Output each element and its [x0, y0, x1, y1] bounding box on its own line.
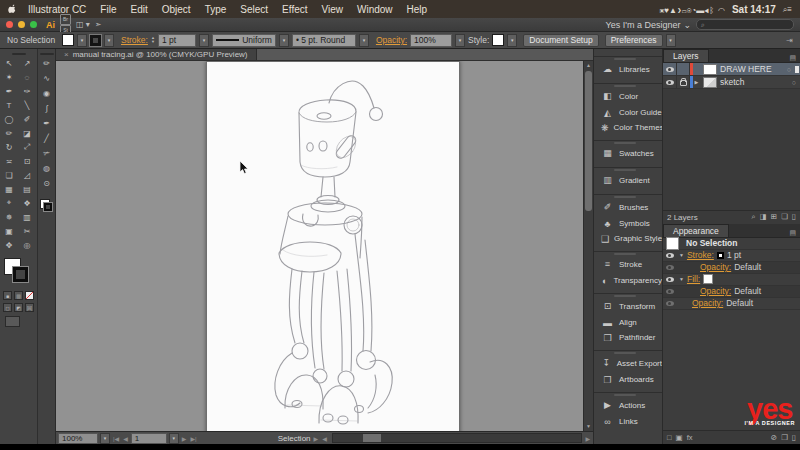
- draw-normal-button[interactable]: ◻: [3, 303, 12, 312]
- menu-effect[interactable]: Effect: [275, 4, 314, 15]
- close-window-button[interactable]: [6, 21, 13, 28]
- artboard-dropdown[interactable]: ▾: [169, 433, 179, 444]
- gradient-button[interactable]: ▥: [14, 291, 23, 300]
- delete-item-icon[interactable]: ▯: [792, 433, 796, 442]
- expand-icon[interactable]: ▼: [679, 276, 684, 282]
- clipping-mask-icon[interactable]: ◨: [760, 212, 767, 222]
- menu-illustrator[interactable]: Illustrator CC: [21, 4, 93, 15]
- last-artboard-arrow[interactable]: ▶|: [189, 435, 197, 442]
- panel-swatches[interactable]: ▦ Swatches: [594, 140, 662, 162]
- appearance-row-stroke-opacity[interactable]: Opacity: Default: [663, 262, 800, 274]
- none-button[interactable]: [25, 291, 34, 300]
- zoom-tool[interactable]: ◎: [18, 238, 36, 252]
- add-effect-icon[interactable]: fx: [687, 433, 693, 442]
- hand-tool[interactable]: ✥: [0, 238, 18, 252]
- arrange-documents-icon[interactable]: ◫ ▾: [76, 20, 90, 29]
- gradient-tool[interactable]: ▤: [18, 182, 36, 196]
- appearance-panel-menu-icon[interactable]: ▤: [785, 229, 800, 237]
- shape-builder-tool[interactable]: ❏: [0, 168, 18, 182]
- appearance-row-fill[interactable]: ▼ Fill:: [663, 274, 800, 286]
- document-tab[interactable]: × manual tracing.ai @ 100% (CMYK/GPU Pre…: [56, 49, 257, 60]
- appearance-row-fill-opacity[interactable]: Opacity: Default: [663, 286, 800, 298]
- hscroll-left-arrow[interactable]: ◀: [321, 435, 328, 442]
- clear-appearance-icon[interactable]: ⊘: [771, 433, 777, 442]
- share-icon[interactable]: ➣: [95, 20, 102, 29]
- zoom-dropdown[interactable]: ▾: [100, 433, 110, 444]
- close-tab-icon[interactable]: ×: [64, 50, 69, 59]
- panel-pathfinder[interactable]: ❒ Pathfinder: [594, 330, 662, 345]
- eye-icon[interactable]: [666, 265, 674, 270]
- add-stroke-icon[interactable]: □: [667, 433, 672, 442]
- sec-smooth-tool[interactable]: ∿: [38, 71, 55, 86]
- panel-graphic-styles[interactable]: ❑ Graphic Styles: [594, 231, 662, 246]
- width-profile-dropdown[interactable]: ▾: [279, 34, 289, 47]
- eraser-tool[interactable]: ◪: [18, 126, 36, 140]
- stroke-swatch[interactable]: [717, 252, 724, 259]
- width-profile-field[interactable]: Uniform: [212, 34, 276, 47]
- layer-name[interactable]: DRAW HERE: [720, 64, 772, 74]
- sec-target-tool[interactable]: ⊙: [38, 176, 55, 191]
- fill-color-swatch[interactable]: [62, 34, 74, 46]
- menu-select[interactable]: Select: [233, 4, 275, 15]
- eye-icon[interactable]: [666, 277, 674, 282]
- lock-toggle[interactable]: [677, 63, 690, 75]
- sec-measure-tool[interactable]: ◍: [38, 161, 55, 176]
- opacity-dropdown[interactable]: ▾: [455, 34, 465, 47]
- stroke-color-swatch[interactable]: [90, 35, 101, 46]
- blend-tool[interactable]: ❖: [18, 196, 36, 210]
- selection-tool[interactable]: ↖: [0, 56, 18, 70]
- opacity-field[interactable]: 100%: [410, 34, 452, 47]
- opacity-link[interactable]: Opacity:: [700, 262, 731, 272]
- screen-mode-button[interactable]: [5, 316, 20, 327]
- zoom-window-button[interactable]: [30, 21, 37, 28]
- preferences-button[interactable]: Preferences: [605, 34, 663, 47]
- workspace-switcher[interactable]: Yes I'm a Designer: [606, 20, 681, 30]
- appearance-row-stroke[interactable]: ▼ Stroke: 1 pt: [663, 250, 800, 262]
- bluetooth-icon[interactable]: ᛒ: [709, 6, 714, 15]
- panel-libraries[interactable]: ☁ Libraries: [594, 56, 662, 78]
- symbol-sprayer-tool[interactable]: ✵: [0, 210, 18, 224]
- hscroll-right-arrow[interactable]: ▶: [584, 435, 591, 442]
- bridge-app-icon[interactable]: Br: [60, 14, 71, 25]
- stroke-color-dropdown[interactable]: ▾: [104, 34, 114, 47]
- layers-panel-menu-icon[interactable]: ▤: [785, 54, 800, 62]
- canvas[interactable]: ▲ ▼: [56, 61, 593, 431]
- duplicate-item-icon[interactable]: ❐: [781, 433, 788, 442]
- pencil-tool[interactable]: ✏: [0, 126, 18, 140]
- type-tool[interactable]: T: [0, 98, 18, 112]
- document-setup-button[interactable]: Document Setup: [523, 34, 598, 47]
- column-graph-tool[interactable]: ▥: [18, 210, 36, 224]
- panel-symbols[interactable]: ♣ Symbols: [594, 216, 662, 231]
- menubar-clock[interactable]: Sat 14:17: [726, 4, 782, 15]
- color-button[interactable]: ■: [3, 291, 12, 300]
- rotate-tool[interactable]: ↻: [0, 140, 18, 154]
- vertical-scrollbar[interactable]: ▲ ▼: [583, 61, 593, 431]
- toolbar-stroke-swatch[interactable]: [13, 267, 28, 282]
- prev-artboard-arrow[interactable]: ◀: [122, 435, 129, 442]
- secondary-fill-stroke[interactable]: [40, 199, 53, 212]
- line-segment-tool[interactable]: ╲: [18, 98, 36, 112]
- sec-pencil-tool[interactable]: ✏: [38, 56, 55, 71]
- horizontal-scrollbar[interactable]: [332, 433, 583, 443]
- free-transform-tool[interactable]: ⊡: [18, 154, 36, 168]
- layer-row-draw-here[interactable]: DRAW HERE ○: [663, 63, 800, 76]
- eye-icon[interactable]: [666, 253, 674, 258]
- brush-definition-dropdown[interactable]: ▾: [359, 34, 369, 47]
- eyedropper-tool[interactable]: ⌖: [0, 196, 18, 210]
- shape-tool[interactable]: ◯: [0, 112, 18, 126]
- layer-thumbnail[interactable]: [703, 64, 717, 75]
- stroke-weight-field[interactable]: 1 pt: [158, 34, 196, 47]
- layer-target-icon[interactable]: ○: [792, 79, 800, 86]
- stroke-weight-dropdown[interactable]: ▾: [199, 34, 209, 47]
- collapse-controlbar-icon[interactable]: ⇥: [786, 36, 793, 45]
- layer-name[interactable]: sketch: [720, 77, 745, 87]
- artboard[interactable]: [206, 61, 460, 431]
- slice-tool[interactable]: ✂: [18, 224, 36, 238]
- panel-asset-export[interactable]: ↧ Asset Export: [594, 350, 662, 372]
- menu-edit[interactable]: Edit: [123, 4, 154, 15]
- fill-color-dropdown[interactable]: ▾: [77, 34, 87, 47]
- appearance-row-opacity[interactable]: Opacity: Default: [663, 298, 800, 310]
- minimize-window-button[interactable]: [18, 21, 25, 28]
- horizontal-scroll-thumb[interactable]: [363, 434, 381, 442]
- width-tool[interactable]: ≍: [0, 154, 18, 168]
